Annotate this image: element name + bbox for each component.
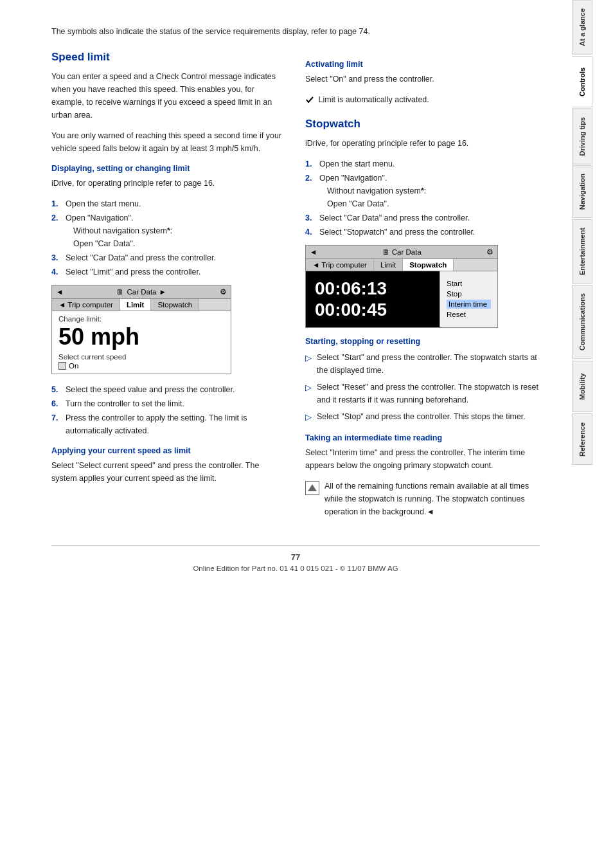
speed-limit-title: Speed limit <box>51 51 286 64</box>
starting-items: ▷ Select "Start" and press the controlle… <box>305 351 540 424</box>
stopwatch-interim[interactable]: Interim time <box>447 300 491 309</box>
bullet-arrow-2: ▷ <box>305 381 312 406</box>
bullet-arrow-3: ▷ <box>305 411 312 424</box>
list-item: 1. Open the start menu. <box>305 158 540 170</box>
sidebar-tab-reference[interactable]: Reference <box>572 413 592 465</box>
stopwatch-tab-trip[interactable]: ◄ Trip computer <box>306 259 374 271</box>
sidebar-tab-navigation[interactable]: Navigation <box>572 165 592 218</box>
checkbox-on[interactable] <box>58 362 66 370</box>
list-item: 3. Select "Car Data" and press the contr… <box>305 212 540 224</box>
list-item: 2. Open "Navigation". Without navigation… <box>305 172 540 210</box>
stopwatch-tab-stopwatch[interactable]: Stopwatch <box>403 259 454 271</box>
stopwatch-title: Stopwatch <box>305 118 540 131</box>
stopwatch-idrive-ref: iDrive, for operating principle refer to… <box>305 137 540 150</box>
car-data-icon: 🗎 <box>116 288 124 296</box>
applying-section-text: Select "Select current speed" and press … <box>51 459 286 485</box>
sidebar-tab-entertainment[interactable]: Entertainment <box>572 219 592 284</box>
stopwatch-reset[interactable]: Reset <box>447 310 491 319</box>
list-item: 4. Select "Stopwatch" and press the cont… <box>305 226 540 239</box>
stopwatch-header-title: Car Data <box>392 248 422 256</box>
list-item: 1. Open the start menu. <box>51 197 286 210</box>
car-data-body-limit: Change limit: 50 mph Select current spee… <box>52 311 231 374</box>
tab-stopwatch[interactable]: Stopwatch <box>151 299 199 311</box>
intro-text: The symbols also indicate the status of … <box>51 26 540 38</box>
speed-limit-body1: You can enter a speed and a Check Contro… <box>51 70 286 122</box>
list-item: 5. Select the speed value and press the … <box>51 383 286 396</box>
car-data-nav-right: ► <box>159 288 166 296</box>
stopwatch-time1: 00:06:13 <box>315 278 431 300</box>
activating-text1: Select "On" and press the controller. <box>305 73 540 86</box>
sidebar-tab-at-a-glance[interactable]: At a glance <box>572 0 592 55</box>
display-section-title: Displaying, setting or changing limit <box>51 164 286 173</box>
stopwatch-start[interactable]: Start <box>447 279 491 288</box>
stopwatch-stop[interactable]: Stop <box>447 289 491 298</box>
sidebar-tab-controls[interactable]: Controls <box>572 56 592 107</box>
display-idrive-ref: iDrive, for operating principle refer to… <box>51 177 286 190</box>
note-text: All of the remaining functions remain av… <box>324 480 540 518</box>
starting-section-title: Starting, stopping or resetting <box>305 337 540 346</box>
activating-section-title: Activating limit <box>305 60 540 69</box>
sidebar-tab-communications[interactable]: Communications <box>572 285 592 359</box>
bullet-arrow-1: ▷ <box>305 352 312 377</box>
stopwatch-icon: 🗎 <box>382 248 390 256</box>
limit-value: 50 mph <box>58 324 224 350</box>
note-icon <box>305 481 319 495</box>
tab-limit[interactable]: Limit <box>120 299 151 311</box>
checkmark-icon <box>305 95 314 104</box>
list-item: 6. Turn the controller to set the limit. <box>51 397 286 410</box>
car-data-tabs: ◄ Trip computer Limit Stopwatch <box>52 299 231 311</box>
sidebar-tab-driving-tips[interactable]: Driving tips <box>572 109 592 165</box>
bullet-item-start: ▷ Select "Start" and press the controlle… <box>305 351 540 377</box>
interim-section-title: Taking an intermediate time reading <box>305 433 540 442</box>
bullet-item-stop: ▷ Select "Stop" and press the controller… <box>305 410 540 424</box>
list-item: 7. Press the controller to apply the set… <box>51 411 286 437</box>
checkbox-label: On <box>69 362 78 370</box>
stopwatch-widget: ◄ 🗎 Car Data ⚙ ◄ Trip computer Limit Sto… <box>305 245 498 328</box>
car-data-settings-icon: ⚙ <box>220 287 227 296</box>
steps-cont-list: 5. Select the speed value and press the … <box>51 383 286 437</box>
page-footer: 77 Online Edition for Part no. 01 41 0 0… <box>51 545 540 572</box>
bullet-item-reset: ▷ Select "Reset" and press the controlle… <box>305 381 540 406</box>
note-box: All of the remaining functions remain av… <box>305 480 540 518</box>
note-triangle <box>308 484 317 491</box>
tab-trip-computer[interactable]: ◄ Trip computer <box>52 299 120 311</box>
display-steps-list: 1. Open the start menu. 2. Open "Navigat… <box>51 197 286 278</box>
stopwatch-settings-icon: ⚙ <box>486 248 493 257</box>
stopwatch-times: 00:06:13 00:00:45 <box>306 271 440 327</box>
stopwatch-nav-left: ◄ <box>310 248 317 256</box>
car-data-title: Car Data <box>127 288 156 296</box>
sidebar: At a glance Controls Driving tips Naviga… <box>572 0 592 868</box>
list-item: 4. Select "Limit" and press the controll… <box>51 266 286 278</box>
stopwatch-tabs: ◄ Trip computer Limit Stopwatch <box>306 259 497 271</box>
list-item: 3. Select "Car Data" and press the contr… <box>51 251 286 264</box>
limit-label: Change limit: <box>58 315 224 323</box>
speed-row: Select current speed <box>58 353 224 361</box>
speed-limit-body2: You are only warned of reaching this spe… <box>51 129 286 155</box>
applying-section-title: Applying your current speed as limit <box>51 446 286 455</box>
stopwatch-body: 00:06:13 00:00:45 Start Stop Interim tim… <box>306 271 497 327</box>
sidebar-tab-mobility[interactable]: Mobility <box>572 361 592 412</box>
car-data-header: ◄ 🗎 Car Data ► ⚙ <box>52 285 231 299</box>
list-item: 2. Open "Navigation". Without navigation… <box>51 212 286 250</box>
car-data-widget-limit: ◄ 🗎 Car Data ► ⚙ ◄ Trip computer Limit S… <box>51 285 231 375</box>
page-number: 77 <box>51 552 540 562</box>
checkbox-row: On <box>58 362 224 370</box>
footer-copyright: Online Edition for Part no. 01 41 0 015 … <box>51 565 540 572</box>
stopwatch-header: ◄ 🗎 Car Data ⚙ <box>306 246 497 259</box>
stopwatch-steps-list: 1. Open the start menu. 2. Open "Navigat… <box>305 158 540 239</box>
car-data-nav-left: ◄ <box>56 288 63 296</box>
activating-text2: Limit is automatically activated. <box>305 93 540 106</box>
stopwatch-time2: 00:00:45 <box>315 299 431 321</box>
stopwatch-menu: Start Stop Interim time Reset <box>440 271 497 327</box>
stopwatch-tab-limit[interactable]: Limit <box>374 259 403 271</box>
interim-section-text: Select "Interim time" and press the cont… <box>305 446 540 472</box>
